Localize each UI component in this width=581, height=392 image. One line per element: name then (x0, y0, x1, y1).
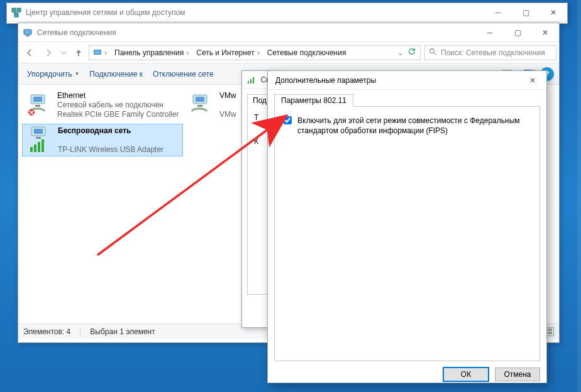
window-title: Центр управления сетями и общим доступом (26, 8, 484, 17)
breadcrumb-dropdown-icon[interactable]: ⌄ (397, 48, 404, 57)
svg-rect-1 (17, 8, 21, 12)
control-panel-icon (93, 48, 102, 57)
svg-rect-11 (35, 105, 40, 107)
svg-rect-0 (12, 8, 16, 12)
network-center-icon (11, 7, 22, 18)
svg-rect-10 (33, 97, 42, 102)
svg-rect-14 (196, 97, 204, 102)
refresh-icon[interactable] (407, 47, 416, 58)
svg-rect-18 (36, 137, 41, 139)
toolbar-connect[interactable]: Подключение к (86, 68, 147, 80)
svg-rect-4 (26, 35, 30, 36)
svg-rect-25 (253, 77, 254, 84)
svg-rect-2 (14, 13, 18, 17)
search-placeholder: Поиск: Сетевые подключения (441, 48, 545, 57)
properties-panel: Т К (247, 106, 269, 295)
forward-button[interactable] (40, 44, 57, 62)
search-icon (429, 48, 437, 58)
toolbar-organize[interactable]: Упорядочить▼ (23, 68, 83, 80)
adapter-device: VMw (219, 110, 236, 119)
adapter-status: Сетевой кабель не подключен (57, 101, 179, 110)
ethernet-icon (26, 90, 53, 119)
svg-rect-3 (24, 30, 31, 35)
titlebar-network-center[interactable]: Центр управления сетями и общим доступом… (7, 3, 567, 22)
navbar: › Панель управления› Сеть и Интернет› Се… (18, 42, 559, 63)
maximize-button[interactable]: ▢ (512, 3, 540, 21)
adapter-status (58, 136, 163, 145)
status-selected: Выбран 1 элемент (90, 327, 155, 336)
back-button[interactable] (21, 44, 38, 62)
fips-checkbox-label: Включить для этой сети режим совместимос… (297, 116, 533, 136)
tab-80211[interactable]: Параметры 802.11 (274, 94, 353, 107)
titlebar-dialog[interactable]: Дополнительные параметры ✕ (268, 71, 546, 90)
breadcrumb[interactable]: › Панель управления› Сеть и Интернет› Се… (89, 45, 421, 60)
adapter-wireless[interactable]: Беспроводная сеть TP-LINK Wireless USB A… (22, 124, 183, 156)
svg-rect-24 (250, 79, 252, 84)
close-button[interactable]: ✕ (519, 71, 546, 89)
svg-rect-17 (34, 129, 43, 134)
fips-checkbox-row[interactable]: Включить для этой сети режим совместимос… (281, 116, 533, 136)
svg-rect-20 (34, 144, 36, 152)
ethernet-icon (188, 90, 216, 119)
svg-rect-15 (197, 105, 202, 107)
adapter-status (219, 101, 236, 110)
breadcrumb-root[interactable]: Панель управления (114, 48, 184, 57)
titlebar-network-connections[interactable]: Сетевые подключения ─ ▢ ✕ (18, 23, 559, 42)
wifi-bars-icon (246, 74, 257, 85)
cancel-button[interactable]: Отмена (495, 368, 540, 381)
recent-dropdown[interactable] (58, 44, 69, 62)
svg-rect-22 (42, 139, 44, 152)
breadcrumb-mid[interactable]: Сеть и Интернет (196, 48, 254, 57)
adapter-name: Беспроводная сеть (58, 126, 163, 136)
svg-rect-19 (30, 147, 33, 152)
search-box[interactable]: Поиск: Сетевые подключения (424, 45, 556, 60)
dialog-advanced-parameters: Дополнительные параметры ✕ Параметры 802… (267, 70, 547, 383)
adapter-name: Ethernet (57, 91, 179, 101)
minimize-button[interactable]: ─ (476, 23, 504, 41)
adapter-device: TP-LINK Wireless USB Adapter (58, 145, 163, 155)
status-count: Элементов: 4 (23, 327, 70, 336)
fips-checkbox[interactable] (284, 116, 292, 124)
adapter-ethernet[interactable]: Ethernet Сетевой кабель не подключен Rea… (22, 89, 183, 121)
breadcrumb-leaf[interactable]: Сетевые подключения (267, 48, 346, 57)
close-button[interactable]: ✕ (531, 23, 559, 41)
up-button[interactable] (70, 44, 87, 62)
window-title: Сетевые подключения (37, 28, 476, 37)
network-connections-icon (22, 27, 33, 38)
dialog-panel: Включить для этой сети режим совместимос… (274, 106, 540, 361)
ok-button[interactable]: ОК (443, 368, 489, 381)
toolbar-disconnect[interactable]: Отключение сете (149, 68, 218, 80)
adapter-device: Realtek PCIe GBE Family Controller (57, 110, 179, 119)
dialog-title: Дополнительные параметры (272, 76, 519, 85)
maximize-button[interactable]: ▢ (504, 23, 531, 41)
svg-rect-5 (94, 50, 101, 54)
svg-rect-23 (248, 81, 249, 84)
wifi-icon (26, 126, 54, 154)
adapter-vmware[interactable]: VMw VMw (184, 89, 244, 121)
svg-rect-21 (38, 142, 40, 152)
adapter-name: VMw (219, 91, 236, 101)
close-button[interactable]: ✕ (540, 3, 567, 21)
svg-point-6 (430, 48, 434, 53)
minimize-button[interactable]: ─ (484, 3, 512, 21)
window-network-center: Центр управления сетями и общим доступом… (6, 3, 568, 24)
